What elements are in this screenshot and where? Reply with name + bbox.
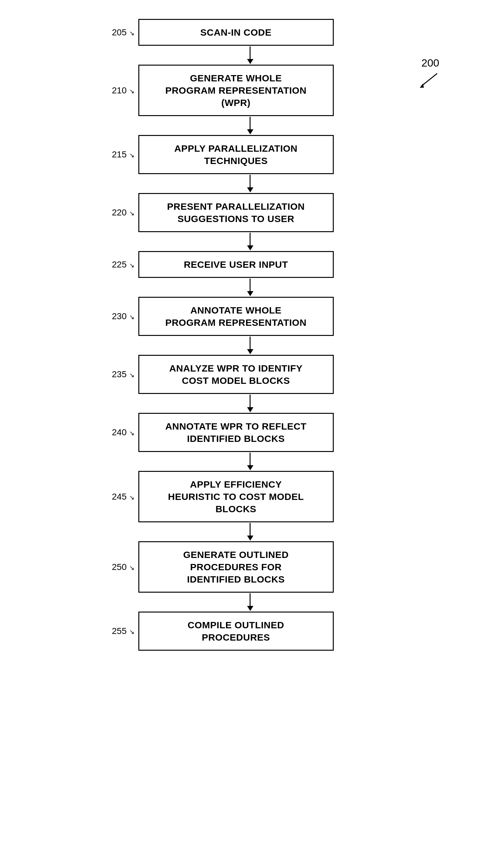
step-box-240: ANNOTATE WPR TO REFLECTIDENTIFIED BLOCKS [138,413,334,452]
step-text-240: ANNOTATE WPR TO REFLECTIDENTIFIED BLOCKS [165,420,306,445]
step-row-250: 250 ↘ GENERATE OUTLINEDPROCEDURES FORIDE… [110,541,362,593]
step-label-225: 225 ↘ [110,260,138,269]
step-label-220: 220 ↘ [110,208,138,217]
step-text-205: SCAN-IN CODE [200,26,271,39]
step-text-230: ANNOTATE WHOLEPROGRAM REPRESENTATION [165,304,306,329]
diagram-reference-label: 200 [421,57,440,92]
arrow-6 [247,336,253,355]
step-box-205: SCAN-IN CODE [138,19,334,46]
step-row-245: 245 ↘ APPLY EFFICIENCYHEURISTIC TO COST … [110,471,362,522]
step-row-255: 255 ↘ COMPILE OUTLINEDPROCEDURES [110,611,362,651]
step-row-230: 230 ↘ ANNOTATE WHOLEPROGRAM REPRESENTATI… [110,297,362,336]
step-box-230: ANNOTATE WHOLEPROGRAM REPRESENTATION [138,297,334,336]
step-row-215: 215 ↘ APPLY PARALLELIZATIONTECHNIQUES [110,135,362,174]
step-box-215: APPLY PARALLELIZATIONTECHNIQUES [138,135,334,174]
arrow-2 [247,116,253,135]
step-label-235: 235 ↘ [110,370,138,379]
step-label-205: 205 ↘ [110,28,138,37]
step-row-205: 205 ↘ SCAN-IN CODE [110,19,362,46]
step-text-220: PRESENT PARALLELIZATIONSUGGESTIONS TO US… [167,200,305,225]
step-text-215: APPLY PARALLELIZATIONTECHNIQUES [174,142,298,167]
step-text-225: RECEIVE USER INPUT [184,258,288,271]
step-box-255: COMPILE OUTLINEDPROCEDURES [138,611,334,651]
step-label-230: 230 ↘ [110,312,138,321]
arrow-1 [247,46,253,65]
step-text-250: GENERATE OUTLINEDPROCEDURES FORIDENTIFIE… [183,549,289,585]
arrow-3 [247,174,253,193]
step-box-250: GENERATE OUTLINEDPROCEDURES FORIDENTIFIE… [138,541,334,593]
step-label-215: 215 ↘ [110,150,138,159]
step-text-245: APPLY EFFICIENCYHEURISTIC TO COST MODELB… [168,478,304,515]
step-row-220: 220 ↘ PRESENT PARALLELIZATIONSUGGESTIONS… [110,193,362,232]
step-box-220: PRESENT PARALLELIZATIONSUGGESTIONS TO US… [138,193,334,232]
step-label-255: 255 ↘ [110,627,138,636]
svg-line-0 [421,73,437,86]
arrow-10 [247,593,253,611]
arrow-5 [247,278,253,297]
step-row-240: 240 ↘ ANNOTATE WPR TO REFLECTIDENTIFIED … [110,413,362,452]
step-box-210: GENERATE WHOLEPROGRAM REPRESENTATION(WPR… [138,65,334,116]
step-row-210: 210 ↘ GENERATE WHOLEPROGRAM REPRESENTATI… [110,65,362,116]
arrow-8 [247,452,253,471]
step-label-240: 240 ↘ [110,428,138,437]
arrow-7 [247,394,253,413]
step-text-210: GENERATE WHOLEPROGRAM REPRESENTATION(WPR… [165,72,306,109]
step-label-250: 250 ↘ [110,563,138,571]
step-label-210: 210 ↘ [110,86,138,95]
step-row-235: 235 ↘ ANALYZE WPR TO IDENTIFYCOST MODEL … [110,355,362,394]
step-box-235: ANALYZE WPR TO IDENTIFYCOST MODEL BLOCKS [138,355,334,394]
flow-wrapper: 205 ↘ SCAN-IN CODE 210 ↘ GENERATE WHOLEP… [110,19,362,651]
diagram-container: 200 205 ↘ SCAN-IN CODE [0,0,497,868]
step-row-225: 225 ↘ RECEIVE USER INPUT [110,251,362,278]
step-label-245: 245 ↘ [110,492,138,501]
step-box-245: APPLY EFFICIENCYHEURISTIC TO COST MODELB… [138,471,334,522]
step-text-255: COMPILE OUTLINEDPROCEDURES [187,619,284,644]
step-text-235: ANALYZE WPR TO IDENTIFYCOST MODEL BLOCKS [169,362,302,387]
arrow-9 [247,522,253,541]
arrow-4 [247,232,253,251]
step-box-225: RECEIVE USER INPUT [138,251,334,278]
